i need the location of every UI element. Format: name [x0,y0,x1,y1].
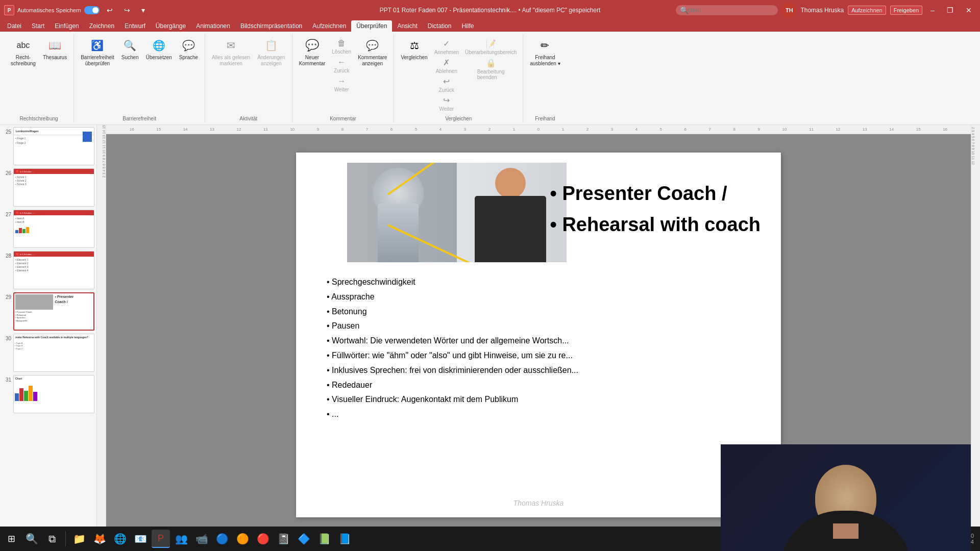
slide-img-28[interactable]: 🔴In 6 Schritten ... • Element 1 • Elemen… [13,251,94,289]
app1-taskbar[interactable]: 🔵 [213,530,231,548]
slide-img-27[interactable]: 🔴In 6 Schritten ... • Item A • Item B [13,210,94,248]
bullet-item: • Visueller Eindruck: Augenkontakt mit d… [327,392,761,407]
slide-thumb-28[interactable]: 28 🔴In 6 Schritten ... • Element 1 • Ele… [2,251,94,289]
windows-start[interactable]: ⊞ [2,530,20,548]
uebersetzen-icon: 🌐 [151,37,167,54]
slide-thumb-29[interactable]: 29 • Presenter Coach • Rehearsal • Sprec… [2,292,94,331]
slide-thumb-26[interactable]: 26 🔴In 6 Schritten ... • Schritt 1 • Sch… [2,168,94,207]
ribbon-tab-datei[interactable]: Datei [2,20,27,32]
slide-bullet-title: Presenter Coach / Rehearsal with coach [550,178,761,240]
slide-thumb-30[interactable]: 30 make Rehearse with Coach available in… [2,334,94,372]
kommentare-anzeigen-button[interactable]: 💬 Kommentareanzeigen [355,36,389,68]
slide-img-30[interactable]: make Rehearse with Coach available in mu… [13,334,94,372]
ribbon-group-kommentar: 💬 NeuerKommentar 🗑 Löschen ← Zurück → We… [292,34,395,122]
ribbon-tab-hilfe[interactable]: Hilfe [456,20,479,32]
undo-button[interactable]: ↩ [103,6,117,14]
ribbon-tab-einfügen[interactable]: Einfügen [50,20,84,32]
bullet-item: • Aussprache [327,290,761,305]
alles-gelesen-icon: ✉ [223,37,239,54]
firefox-taskbar[interactable]: 🦊 [90,530,109,548]
autosave-toggle[interactable] [84,6,100,14]
file-explorer-taskbar[interactable]: 📁 [70,530,88,548]
slide-num-31: 31 [2,377,11,383]
ribbon-tab-überprüfen[interactable]: Überprüfen [351,20,392,32]
record-button[interactable]: Aufzeichnen [848,6,886,15]
zoom-taskbar[interactable]: 📹 [192,530,211,548]
slide-panel[interactable]: 25 Lernkontrollfragen • Frage 1 • Frage … [0,125,97,551]
kommentare-anzeigen-icon: 💬 [364,37,381,54]
webcam-overlay [721,444,971,551]
powerpoint-taskbar[interactable]: P [152,530,170,548]
chrome-taskbar[interactable]: 🌐 [111,530,129,548]
slide-img-26[interactable]: 🔴In 6 Schritten ... • Schritt 1 • Schrit… [13,168,94,207]
neuer-kommentar-button[interactable]: 💬 NeuerKommentar [297,36,328,68]
ribbon-tab-ansicht[interactable]: Ansicht [392,20,422,32]
webcam-video [721,444,971,551]
ribbon-tab-bildschirmpräsentation[interactable]: Bildschirmpräsentation [235,20,307,32]
slide-img-25[interactable]: Lernkontrollfragen • Frage 1 • Frage 2 [13,127,94,165]
ribbon-tab-zeichnen[interactable]: Zeichnen [84,20,119,32]
slide-thumb-31[interactable]: 31 Chart [2,375,94,413]
word-taskbar[interactable]: 📘 [335,530,354,548]
slide-img-31[interactable]: Chart [13,375,94,413]
redo-button[interactable]: ↪ [120,6,134,14]
titlebar: P Automatisches Speichern ↩ ↪ ▾ PPT 01 R… [0,0,980,20]
slide-num-28: 28 [2,253,11,259]
ribbon-tab-start[interactable]: Start [27,20,50,32]
app4-taskbar[interactable]: 🔷 [295,530,313,548]
main-area: 25 Lernkontrollfragen • Frage 1 • Frage … [0,125,980,551]
vergleichen-button[interactable]: ⚖ Vergleichen [398,36,430,62]
close-button[interactable]: ✕ [962,6,976,14]
search-taskbar[interactable]: 🔍 [22,530,41,548]
suchen-button[interactable]: 🔍 Suchen [119,36,141,62]
outlook-taskbar[interactable]: 📧 [131,530,150,548]
alles-gelesen-button: ✉ Alles als gelesenmarkieren [209,36,253,68]
suchen-label: Suchen [121,55,139,61]
canvas-area[interactable]: 1615141312111098765432101234567891011121… [106,125,971,551]
ribbon-tab-aufzeichnen[interactable]: Aufzeichnen [307,20,351,32]
ribbon-group-vergleichen: ⚖ Vergleichen ✓ Annehmen ✗ Ablehnen ↩ Zu… [394,34,523,122]
share-button[interactable]: Freigeben [890,6,923,15]
bullet-item: • ... [327,407,761,422]
slide-img-29[interactable]: • Presenter Coach • Rehearsal • Sprechen… [13,292,94,331]
ribbon-tab-animationen[interactable]: Animationen [191,20,235,32]
ribbon-group-barrierefreiheit: ♿ Barrierefreiheitüberprüfen 🔍 Suchen 🌐 … [74,34,205,122]
uebersetzen-button[interactable]: 🌐 Übersetzen [143,36,175,62]
freihand-group-label: Freihand [527,115,563,122]
aenderungen-button: 📋 Änderungenanzeigen [255,36,288,68]
minimize-button[interactable]: – [926,6,939,14]
thesaurus-button[interactable]: 📖 Thesaurus [40,36,69,62]
excel-taskbar[interactable]: 📗 [315,530,333,548]
ribbon-tab-dictation[interactable]: Dictation [423,20,457,32]
vergleichen-icon: ⚖ [406,37,423,54]
user-avatar: TH [782,3,796,17]
customize-button[interactable]: ▾ [137,6,149,14]
restore-button[interactable]: ❐ [943,6,958,14]
neuer-kommentar-icon: 💬 [304,37,320,54]
thesaurus-label: Thesaurus [43,55,67,61]
barrierefreiheit-icon: ♿ [89,37,106,54]
slide-canvas[interactable]: Presenter Coach / Rehearsal with coach •… [296,153,781,517]
ribbon-tab-übergänge[interactable]: Übergänge [151,20,191,32]
barrierefreiheit-button[interactable]: ♿ Barrierefreiheitüberprüfen [78,36,117,68]
ribbon-tab-entwurf[interactable]: Entwurf [119,20,151,32]
sprache-button[interactable]: 💬 Sprache [177,36,201,62]
slide-num-25: 25 [2,129,11,135]
rechtschreibung-button[interactable]: abc Recht-schreibung [8,36,38,68]
app3-taskbar[interactable]: 🔴 [254,530,272,548]
bullet2: Rehearsal with coach [550,209,761,240]
freihand-button[interactable]: ✏ Freihandausblenden ▾ [527,36,563,68]
aenderungen-icon: 📋 [263,37,279,54]
slide-thumb-25[interactable]: 25 Lernkontrollfragen • Frage 1 • Frage … [2,127,94,165]
teams-taskbar[interactable]: 👥 [172,530,190,548]
slide-thumb-27[interactable]: 27 🔴In 6 Schritten ... • Item A • Item B [2,210,94,248]
slide-num-26: 26 [2,170,11,176]
task-view[interactable]: ⧉ [43,530,61,548]
loeschen-button: 🗑 Löschen [330,38,353,56]
autosave-label: Automatisches Speichern [17,7,81,13]
app2-taskbar[interactable]: 🟠 [233,530,252,548]
user-name: Thomas Hruska [800,7,844,14]
bullet-item: • Inklusives Sprechen: frei von diskrimi… [327,363,761,378]
search-input[interactable] [676,5,778,15]
onenote-taskbar[interactable]: 📓 [274,530,292,548]
